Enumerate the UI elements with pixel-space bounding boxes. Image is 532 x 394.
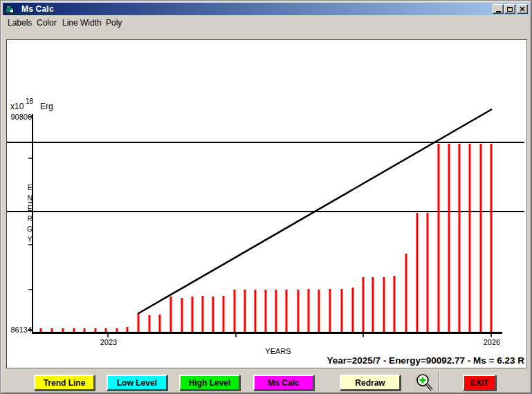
svg-text:E: E [28, 184, 33, 191]
chart-panel: x10 18 Erg 90800 86134 E N E R G Y 2023 … [6, 39, 527, 368]
y-scale-prefix: x10 [10, 102, 24, 111]
svg-text:G: G [27, 225, 33, 233]
menu-color[interactable]: Color [35, 17, 58, 29]
menu-line-width[interactable]: Line Width [61, 17, 103, 29]
y-scale-exponent: 18 [26, 97, 34, 105]
energy-bars [41, 144, 491, 332]
minimize-button[interactable] [493, 4, 504, 14]
y-bottom-label: 86134 [10, 326, 32, 334]
y-top-label: 90800 [10, 113, 32, 121]
trend-line-button[interactable]: Trend Line [34, 375, 95, 391]
window-title: Ms Calc [21, 4, 54, 14]
energy-chart: x10 18 Erg 90800 86134 E N E R G Y 2023 … [7, 40, 526, 368]
zoom-button[interactable] [414, 373, 435, 392]
status-line: Year=2025/7 - Energy=90092.77 - Ms = 6.2… [327, 355, 524, 366]
y-scale-unit: Erg [40, 102, 53, 111]
toolbar-separator [439, 372, 439, 393]
menu-labels[interactable]: Labels [6, 17, 33, 29]
x-axis-title: YEARS [265, 347, 291, 355]
close-icon [520, 6, 525, 12]
svg-text:N: N [27, 194, 32, 202]
maximize-button[interactable] [504, 4, 515, 14]
low-level-button[interactable]: Low Level [107, 375, 167, 391]
title-bar: Ms Calc [3, 3, 529, 15]
x-label-2026: 2026 [484, 338, 500, 346]
close-button[interactable] [517, 4, 528, 14]
magnifier-plus-icon [414, 373, 434, 392]
svg-text:E: E [28, 205, 33, 212]
menu-poly[interactable]: Poly [104, 17, 123, 29]
x-label-2023: 2023 [100, 338, 117, 346]
y-axis-title: E N E R G Y [27, 184, 33, 243]
svg-text:Y: Y [28, 236, 33, 243]
menu-bar: Labels Color Line Width Poly [3, 17, 529, 29]
app-window: Ms Calc Labels Color Line Width Poly [0, 0, 532, 394]
high-level-button[interactable]: High Level [179, 375, 240, 391]
app-icon [6, 6, 15, 13]
maximize-icon [507, 7, 513, 12]
svg-text:R: R [27, 215, 32, 223]
exit-button[interactable]: EXIT [463, 375, 496, 391]
ms-calc-button[interactable]: Ms Calc [253, 375, 314, 391]
minimize-icon [496, 11, 501, 12]
redraw-button[interactable]: Redraw [340, 375, 401, 391]
